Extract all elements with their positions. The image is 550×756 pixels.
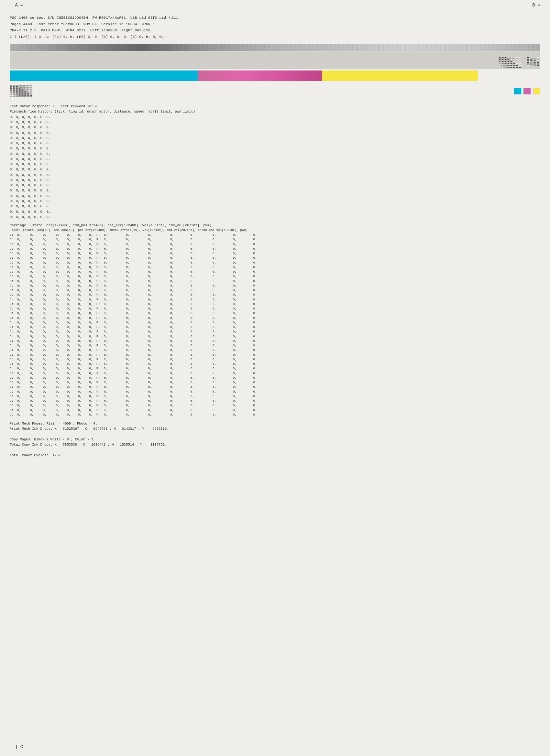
info-line-1: PSC 1400 series. S/N CN5BIC619D04BM. FW … (10, 15, 540, 21)
motor-row: 0: 0, 0, 0, 0, 0, 0. (10, 193, 540, 199)
carriage-header1: Carriage: (state, pos[1/2400], cmd_pos[1… (10, 223, 540, 228)
motor-row: 0: 0, 0, 0, 0, 0, 0. (10, 135, 540, 141)
motor-row: 0: 0, 0, 0, 0, 0, 0. (10, 178, 540, 183)
header-menu-icon[interactable]: ≡ (538, 3, 540, 8)
carriage-row: C: 0, 0, 0, 0, 0, 0, 0, P: 0, 0, 0, 0, 0… (10, 403, 540, 408)
carriage-row: C: 0, 0, 0, 0, 0, 0, 0, P: 0, 0, 0, 0, 0… (10, 284, 540, 288)
motor-rows: 0: 0, 0, 0, 0, 0, 0.0: 0, 0, 0, 0, 0, 0.… (10, 114, 540, 220)
carriage-row: C: 0, 0, 0, 0, 0, 0, 0, P: 0, 0, 0, 0, 0… (10, 343, 540, 348)
carriage-row: C: 0, 0, 0, 0, 0, 0, 0, P: 0, 0, 0, 0, 0… (10, 408, 540, 413)
magenta-swatch (523, 88, 531, 94)
footer-bar: | | C (10, 744, 23, 750)
carriage-row: C: 0, 0, 0, 0, 0, 0, 0, P: 0, 0, 0, 0, 0… (10, 288, 540, 293)
color-bands-section (10, 44, 540, 100)
carriage-row: C: 0, 0, 0, 0, 0, 0, 0, P: 0, 0, 0, 0, 0… (10, 251, 540, 256)
print-ink-line: Print Mech Ink Drops: K - 51525387 ; C -… (10, 426, 540, 431)
carriage-row: C: 0, 0, 0, 0, 0, 0, 0, P: 0, 0, 0, 0, 0… (10, 380, 540, 385)
header-left: | A — (10, 3, 23, 8)
carriage-row: C: 0, 0, 0, 0, 0, 0, 0, P: 0, 0, 0, 0, 0… (10, 247, 540, 251)
carriage-row: C: 0, 0, 0, 0, 0, 0, 0, P: 0, 0, 0, 0, 0… (10, 413, 540, 417)
bottom-left-grid (10, 85, 32, 97)
motor-row: 0: 0, 0, 0, 0, 0, 0. (10, 146, 540, 151)
motor-row: 0: 0, 0, 0, 0, 0, 0. (10, 167, 540, 172)
header-right: B ≡ (532, 3, 540, 8)
carriage-rows: C: 0, 0, 0, 0, 0, 0, 0, P: 0, 0, 0, 0, 0… (10, 233, 540, 417)
magenta-strip (197, 70, 322, 81)
motor-row: 0: 0, 0, 0, 0, 0, 0. (10, 214, 540, 220)
carriage-row: C: 0, 0, 0, 0, 0, 0, 0, P: 0, 0, 0, 0, 0… (10, 237, 540, 242)
ink-grid-area (499, 57, 539, 68)
carriage-row: C: 0, 0, 0, 0, 0, 0, 0, P: 0, 0, 0, 0, 0… (10, 399, 540, 403)
page: | A — B ≡ PSC 1400 series. S/N CN5BIC619… (0, 0, 550, 756)
gray-band-top (10, 44, 540, 51)
carriage-row: C: 0, 0, 0, 0, 0, 0, 0, P: 0, 0, 0, 0, 0… (10, 293, 540, 297)
bottom-patterns-row (10, 82, 540, 100)
carriage-row: C: 0, 0, 0, 0, 0, 0, 0, P: 0, 0, 0, 0, 0… (10, 329, 540, 334)
main-content: PSC 1400 series. S/N CN5BIC619D04BM. FW … (0, 9, 550, 468)
blank-line-2 (10, 447, 540, 452)
info-line-4: I-T (L/R): 3 3. A: (P1) 0, 0. (P2) 0, 0.… (10, 34, 540, 40)
motor-row: 0: 0, 0, 0, 0, 0, 0. (10, 199, 540, 204)
carriage-row: C: 0, 0, 0, 0, 0, 0, 0, P: 0, 0, 0, 0, 0… (10, 307, 540, 311)
motor-row: 0: 0, 0, 0, 0, 0, 0. (10, 183, 540, 188)
info-line-3: CBA-C:TI 2.d. DAID 0001. MTRA 6272. Left… (10, 27, 540, 34)
carriage-row: C: 0, 0, 0, 0, 0, 0, 0, P: 0, 0, 0, 0, 0… (10, 256, 540, 260)
blank-line-1 (10, 432, 540, 437)
carriage-row: C: 0, 0, 0, 0, 0, 0, 0, P: 0, 0, 0, 0, 0… (10, 390, 540, 394)
footer-pipe-2: | (15, 744, 17, 750)
carriage-row: C: 0, 0, 0, 0, 0, 0, 0, P: 0, 0, 0, 0, 0… (10, 274, 540, 279)
carriage-row: C: 0, 0, 0, 0, 0, 0, 0, P: 0, 0, 0, 0, 0… (10, 366, 540, 371)
footer-label: C (20, 744, 23, 750)
flexmech-header: Flexmech flow history (tick: flow id, wh… (10, 109, 540, 114)
carriage-row: C: 0, 0, 0, 0, 0, 0, 0, P: 0, 0, 0, 0, 0… (10, 357, 540, 362)
motor-row: 0: 0, 0, 0, 0, 0, 0. (10, 209, 540, 214)
carriage-row: C: 0, 0, 0, 0, 0, 0, 0, P: 0, 0, 0, 0, 0… (10, 325, 540, 329)
carriage-row: C: 0, 0, 0, 0, 0, 0, 0, P: 0, 0, 0, 0, 0… (10, 316, 540, 320)
carriage-row: C: 0, 0, 0, 0, 0, 0, 0, P: 0, 0, 0, 0, 0… (10, 376, 540, 380)
cyan-strip (10, 70, 197, 81)
carriage-header2: Paper: (state, pos[eu], cmd_pos[eu], pos… (10, 228, 540, 233)
carriage-row: C: 0, 0, 0, 0, 0, 0, 0, P: 0, 0, 0, 0, 0… (10, 261, 540, 265)
stats-section: Print Mech Pages: Plain - 4969 ; Photo -… (10, 421, 540, 458)
info-block: PSC 1400 series. S/N CN5BIC619D04BM. FW … (10, 15, 540, 40)
carriage-section: Carriage: (state, pos[1/2400], cmd_pos[1… (10, 223, 540, 417)
motor-row: 0: 0, 0, 0, 0, 0, 0. (10, 172, 540, 178)
carriage-row: C: 0, 0, 0, 0, 0, 0, 0, P: 0, 0, 0, 0, 0… (10, 320, 540, 325)
carriage-row: C: 0, 0, 0, 0, 0, 0, 0, P: 0, 0, 0, 0, 0… (10, 362, 540, 366)
carriage-row: C: 0, 0, 0, 0, 0, 0, 0, P: 0, 0, 0, 0, 0… (10, 279, 540, 284)
info-line-2: Pages 4440. Last error f0af8008. NUM OK.… (10, 21, 540, 27)
header-b-label: B (532, 3, 535, 8)
yellow-swatch (533, 88, 540, 94)
carriage-row: C: 0, 0, 0, 0, 0, 0, 0, P: 0, 0, 0, 0, 0… (10, 297, 540, 302)
carriage-row: C: 0, 0, 0, 0, 0, 0, 0, P: 0, 0, 0, 0, 0… (10, 270, 540, 274)
carriage-row: C: 0, 0, 0, 0, 0, 0, 0, P: 0, 0, 0, 0, 0… (10, 371, 540, 376)
motor-section: Last motor response: 0. last keyword id:… (10, 104, 540, 220)
motor-row: 0: 0, 0, 0, 0, 0, 0. (10, 151, 540, 157)
carriage-row: C: 0, 0, 0, 0, 0, 0, 0, P: 0, 0, 0, 0, 0… (10, 385, 540, 389)
footer-pipe-1: | (10, 744, 12, 750)
print-mech-line: Print Mech Pages: Plain - 4969 ; Photo -… (10, 421, 540, 426)
motor-row: 0: 0, 0, 0, 0, 0, 0. (10, 188, 540, 193)
left-ink-grid (499, 57, 521, 68)
motor-row: 0: 0, 0, 0, 0, 0, 0. (10, 204, 540, 209)
color-strips-bar (10, 70, 540, 81)
carriage-row: C: 0, 0, 0, 0, 0, 0, 0, P: 0, 0, 0, 0, 0… (10, 339, 540, 343)
motor-row: 0: 0, 0, 0, 0, 0, 0. (10, 157, 540, 162)
motor-row: 0: 0, 0, 0, 0, 0, 0. (10, 130, 540, 135)
cyan-swatch (514, 88, 521, 94)
pipe-icon-left: | (10, 3, 12, 8)
right-ink-grid (527, 57, 539, 68)
motor-row: 0: 0, 0, 0, 0, 0, 0. (10, 125, 540, 130)
carriage-row: C: 0, 0, 0, 0, 0, 0, 0, P: 0, 0, 0, 0, 0… (10, 242, 540, 247)
motor-row: 0: 0, 0, 0, 0, 0, 0. (10, 114, 540, 120)
motor-row: 0: 0, 0, 0, 0, 0, 0. (10, 120, 540, 125)
carriage-row: C: 0, 0, 0, 0, 0, 0, 0, P: 0, 0, 0, 0, 0… (10, 302, 540, 307)
carriage-row: C: 0, 0, 0, 0, 0, 0, 0, P: 0, 0, 0, 0, 0… (10, 353, 540, 357)
motor-row: 0: 0, 0, 0, 0, 0, 0. (10, 162, 540, 167)
carriage-row: C: 0, 0, 0, 0, 0, 0, 0, P: 0, 0, 0, 0, 0… (10, 265, 540, 270)
carriage-row: C: 0, 0, 0, 0, 0, 0, 0, P: 0, 0, 0, 0, 0… (10, 348, 540, 352)
motor-row: 0: 0, 0, 0, 0, 0, 0. (10, 141, 540, 146)
copy-pages-line: Copy Pages: Black & White - 0 ; Color - … (10, 437, 540, 442)
motor-header: Last motor response: 0. last keyword id:… (10, 104, 540, 109)
yellow-strip (322, 70, 478, 81)
